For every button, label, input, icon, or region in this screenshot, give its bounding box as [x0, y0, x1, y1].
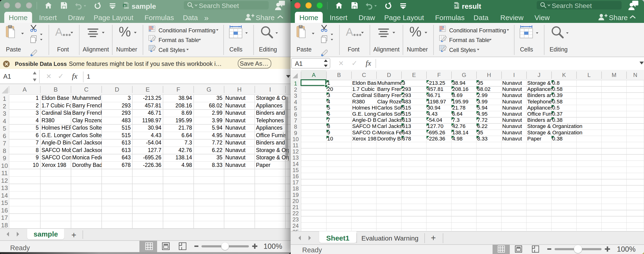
svg-text:x: x: [454, 4, 456, 7]
svg-text:A: A: [346, 27, 353, 37]
svg-text:A: A: [55, 27, 62, 37]
svg-text:x: x: [124, 4, 126, 7]
